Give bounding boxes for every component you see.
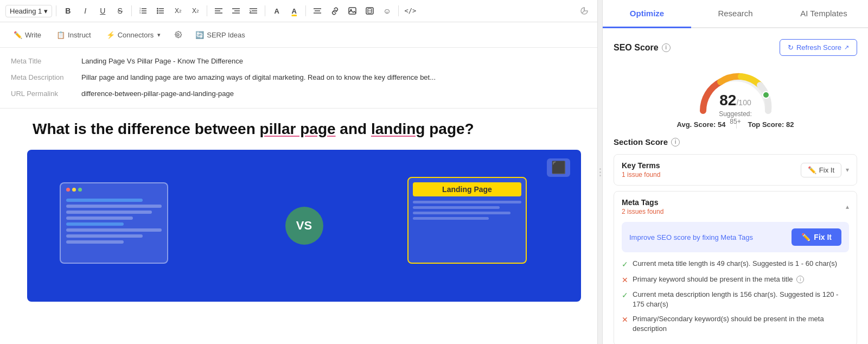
serp-ideas-button[interactable]: 🔄 SERP Ideas: [189, 28, 251, 42]
key-terms-fix-it-button[interactable]: ✏️ Fix It: [801, 163, 841, 177]
article-title[interactable]: What is the difference between pillar pa…: [27, 119, 581, 139]
vs-text: VS: [296, 219, 312, 233]
toolbar-divider-3: [207, 5, 207, 16]
url-permalink-label: URL Permalink: [11, 89, 81, 98]
meta-tags-fix-it-button[interactable]: ✏️ Fix It: [792, 228, 841, 246]
ordered-list-button[interactable]: 1.2.3.: [136, 3, 151, 18]
key-terms-right: ✏️ Fix It ▾: [801, 163, 849, 177]
browser-mockup-left: [60, 182, 168, 264]
italic-button[interactable]: I: [78, 3, 93, 18]
improve-banner-text: Improve SEO score by fixing Meta Tags: [629, 233, 753, 241]
meta-title-label: Meta Title: [11, 56, 81, 65]
title-part1: What is the difference between: [33, 120, 260, 137]
h1-block: h1 What is the difference between pillar…: [27, 119, 581, 139]
seo-score-title: SEO Score i: [614, 43, 671, 53]
meta-tags-right: ▴: [846, 203, 849, 211]
resize-dot-1: [599, 168, 601, 170]
heading-select[interactable]: Heading 1 ▾: [5, 5, 52, 17]
link-button[interactable]: [327, 3, 342, 18]
history-button[interactable]: [577, 3, 592, 18]
check-item-3: ✓ Current meta description length is 156…: [622, 290, 849, 309]
gear-button[interactable]: [170, 27, 186, 43]
media-button[interactable]: [362, 3, 377, 18]
section-score-title: Section Score: [614, 137, 668, 146]
meta-title-value[interactable]: Landing Page Vs Pillar Page - Know The D…: [81, 56, 243, 66]
highlight-button[interactable]: A: [286, 3, 302, 18]
title-keyword-pillar: pillar page: [260, 120, 336, 137]
svg-point-29: [763, 92, 769, 98]
check-info-icon[interactable]: i: [796, 276, 804, 283]
gauge-numbers: 82/100 Suggested: 85+: [714, 92, 757, 125]
unordered-list-button[interactable]: [153, 3, 168, 18]
seo-score-info-icon[interactable]: i: [662, 43, 671, 52]
content-line-7: [66, 234, 143, 238]
svg-point-9: [157, 8, 158, 10]
svg-point-11: [157, 12, 158, 14]
resize-handle[interactable]: [598, 0, 602, 344]
instruct-label: Instruct: [68, 31, 91, 39]
fix-it-icon-primary: ✏️: [801, 233, 810, 241]
avg-score-label: Avg. Score:: [677, 120, 716, 129]
gauge-suggested: Suggested: 85+: [714, 110, 757, 125]
gauge-score-max: /100: [736, 98, 751, 107]
meta-tags-fix-it-label: Fix It: [814, 233, 832, 241]
landing-line-1: [413, 201, 521, 203]
meta-tags-header[interactable]: Meta Tags 2 issues found ▴: [614, 192, 857, 222]
right-panel: Optimize Research AI Templates SEO Score…: [602, 0, 868, 344]
align-right-button[interactable]: [228, 3, 244, 18]
align-left-button[interactable]: [211, 3, 226, 18]
code-button[interactable]: </>: [403, 3, 418, 18]
instruct-button[interactable]: 📋 Instruct: [50, 28, 97, 42]
check-item-1: ✓ Current meta title length is 49 char(s…: [622, 259, 849, 270]
connectors-button[interactable]: ⚡ Connectors ▾: [100, 28, 167, 42]
tab-research[interactable]: Research: [691, 0, 780, 28]
top-score-value: 82: [786, 120, 794, 129]
refresh-icon: ↻: [788, 43, 794, 52]
bold-button[interactable]: B: [60, 3, 75, 18]
check-ok-icon-3: ✓: [622, 290, 628, 301]
resize-dot-2: [599, 171, 601, 173]
refresh-score-button[interactable]: ↻ Refresh Score ↗: [780, 39, 857, 56]
strikethrough-button[interactable]: S: [112, 3, 127, 18]
write-label: Write: [25, 31, 41, 39]
tab-research-label: Research: [718, 9, 752, 18]
tab-optimize[interactable]: Optimize: [603, 0, 691, 28]
meta-title-row: Meta Title Landing Page Vs Pillar Page -…: [11, 53, 586, 69]
editor-content[interactable]: h1 What is the difference between pillar…: [0, 109, 597, 344]
key-terms-item: Key Terms 1 issue found ✏️ Fix It ▾: [614, 154, 857, 186]
main-toolbar: Heading 1 ▾ B I U S 1.2.3. X2 X2 A A: [0, 0, 597, 22]
browser-content-lines: [61, 196, 167, 246]
subscript-button[interactable]: X2: [170, 3, 186, 18]
toolbar-divider-6: [398, 5, 399, 16]
svg-text:3.: 3.: [139, 11, 141, 14]
indent-button[interactable]: [246, 3, 261, 18]
tab-ai-templates[interactable]: AI Templates: [780, 0, 868, 28]
section-score-header: Section Score i: [614, 137, 857, 146]
key-terms-left: Key Terms 1 issue found: [622, 161, 660, 179]
font-color-button[interactable]: A: [269, 3, 284, 18]
landing-page-lines: [409, 196, 526, 224]
meta-tags-title: Meta Tags: [622, 198, 663, 207]
check-err-icon-2: ✕: [622, 275, 628, 286]
meta-description-value[interactable]: Pillar page and landing page are two ama…: [81, 73, 436, 82]
title-part3: page?: [425, 120, 474, 137]
tab-ai-templates-label: AI Templates: [800, 9, 847, 18]
title-part2: and: [336, 120, 371, 137]
url-permalink-value[interactable]: difference-between-pillar-page-and-landi…: [81, 89, 234, 99]
img-block: img: [27, 150, 581, 302]
emoji-button[interactable]: ☺: [379, 3, 394, 18]
image-button[interactable]: [344, 3, 360, 18]
landing-line-4: [413, 217, 489, 220]
section-score-info-icon[interactable]: i: [671, 138, 680, 146]
write-button[interactable]: ✏️ Write: [8, 28, 47, 42]
meta-tags-issue: 2 issues found: [622, 208, 663, 215]
meta-tags-left: Meta Tags 2 issues found: [622, 198, 663, 215]
check-ok-icon-1: ✓: [622, 259, 628, 270]
dot-yellow: [72, 188, 76, 192]
align-center-button[interactable]: [310, 3, 325, 18]
superscript-button[interactable]: X2: [188, 3, 203, 18]
key-terms-header[interactable]: Key Terms 1 issue found ✏️ Fix It ▾: [614, 155, 857, 185]
meta-tags-chevron-icon: ▴: [846, 203, 849, 211]
underline-button[interactable]: U: [95, 3, 110, 18]
url-permalink-row: URL Permalink difference-between-pillar-…: [11, 86, 586, 102]
